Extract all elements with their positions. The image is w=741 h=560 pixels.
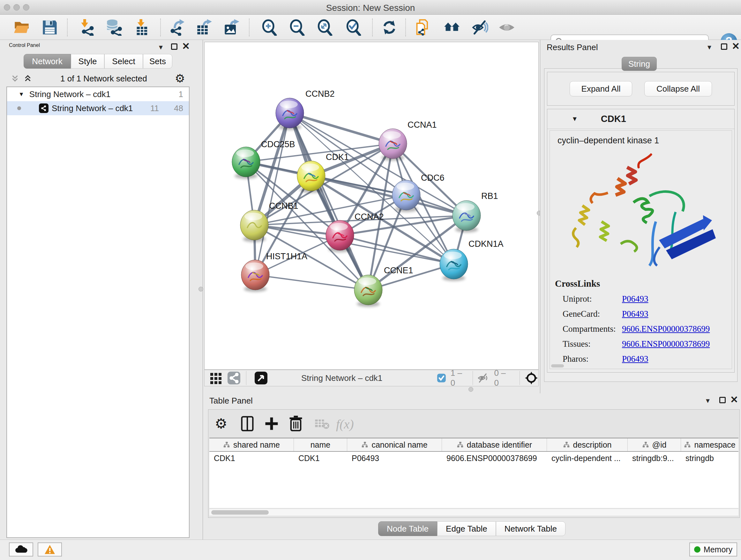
section-expander-icon[interactable]: ▼ — [571, 115, 578, 123]
control-panel-close-icon[interactable]: ✕ — [182, 43, 190, 50]
home-icon[interactable] — [444, 19, 460, 36]
tab-sets[interactable]: Sets — [143, 54, 172, 69]
column-header-description[interactable]: description — [547, 438, 628, 451]
network-node-CDK1[interactable] — [297, 161, 325, 191]
zoom-out-icon[interactable] — [289, 19, 306, 36]
network-node-CCNA1[interactable] — [379, 129, 407, 159]
network-node-CDKN1A[interactable] — [440, 249, 468, 279]
bottom-splitter-grip[interactable] — [468, 387, 473, 392]
function-builder-icon[interactable]: f(x) — [336, 417, 354, 432]
tab-network[interactable]: Network — [23, 54, 71, 69]
export-image-icon[interactable] — [223, 19, 240, 36]
network-row-selected[interactable]: String Network – cdk1 11 48 — [7, 101, 189, 115]
crosslink-link[interactable]: 9606.ENSP00000378699 — [622, 339, 710, 349]
cell-shared-name[interactable]: CDK1 — [209, 452, 294, 465]
show-hidden-eye-icon[interactable] — [498, 19, 515, 36]
cell-id[interactable]: stringdb:9... — [628, 452, 681, 465]
export-table-icon[interactable] — [196, 19, 212, 36]
expand-all-button[interactable]: Expand All — [569, 81, 632, 97]
network-node-HIST1H1A[interactable] — [241, 260, 269, 290]
left-splitter-grip[interactable] — [199, 287, 203, 292]
results-horizontal-scrollbar[interactable] — [551, 364, 564, 368]
cloud-button[interactable] — [9, 543, 33, 557]
column-header-id[interactable]: @id — [628, 438, 681, 451]
column-header-namespace[interactable]: namespace — [681, 438, 738, 451]
tab-network-table[interactable]: Network Table — [496, 521, 565, 536]
results-panel-close-icon[interactable]: ✕ — [732, 43, 740, 50]
delete-column-trash-icon[interactable] — [287, 415, 304, 432]
zoom-in-icon[interactable] — [261, 19, 278, 36]
gear-icon[interactable]: ⚙ — [175, 72, 185, 85]
table-row[interactable]: CDK1 CDK1 P06493 9606.ENSP00000378699 cy… — [209, 452, 738, 465]
network-node-CDC25B[interactable] — [232, 147, 260, 177]
zoom-selected-icon[interactable] — [345, 19, 362, 36]
cell-name[interactable]: CDK1 — [294, 452, 347, 465]
refresh-icon[interactable] — [381, 19, 398, 36]
open-in-new-window-icon[interactable] — [254, 371, 268, 385]
network-edge[interactable] — [255, 275, 368, 290]
table-panel-float-icon[interactable] — [719, 397, 726, 403]
network-edge[interactable] — [290, 113, 393, 144]
network-edge[interactable] — [290, 113, 368, 290]
hide-selected-eye-slash-icon[interactable] — [472, 19, 488, 36]
cell-canonical-name[interactable]: P06493 — [347, 452, 442, 465]
network-graph[interactable]: CCNB2CCNA1CDC25BCDK1CDC6RB1CCNB1CCNA2CDK… — [205, 42, 538, 369]
results-panel-float-icon[interactable] — [721, 44, 727, 50]
tab-style[interactable]: Style — [71, 54, 105, 69]
network-canvas[interactable]: CCNB2CCNA1CDC25BCDK1CDC6RB1CCNB1CCNA2CDK… — [204, 42, 539, 370]
add-column-icon[interactable] — [263, 415, 280, 432]
column-header-name[interactable]: name — [294, 438, 347, 451]
control-panel-collapse-icon[interactable]: ▼ — [158, 44, 164, 51]
cell-description[interactable]: cyclin-dependent ... — [547, 452, 628, 465]
open-session-icon[interactable] — [13, 19, 30, 36]
selected-checkbox-icon[interactable] — [437, 373, 446, 383]
table-scrollbar-thumb[interactable] — [211, 510, 269, 515]
tab-edge-table[interactable]: Edge Table — [437, 521, 496, 536]
crosslink-link[interactable]: 9606.ENSP00000378699 — [622, 324, 710, 334]
table-panel-close-icon[interactable]: ✕ — [730, 396, 738, 403]
tab-string[interactable]: String — [622, 57, 657, 71]
collapse-all-chevrons-icon[interactable] — [23, 74, 32, 83]
crosslink-link[interactable]: P06493 — [622, 294, 649, 304]
show-columns-icon[interactable] — [239, 415, 256, 432]
cell-database-identifier[interactable]: 9606.ENSP00000378699 — [442, 452, 547, 465]
network-node-RB1[interactable] — [453, 200, 481, 231]
column-header-shared-name[interactable]: shared name — [209, 438, 294, 451]
cell-namespace[interactable]: stringdb — [681, 452, 738, 465]
column-header-canonical-name[interactable]: canonical name — [347, 438, 442, 451]
crosslink-link[interactable]: P06493 — [622, 354, 649, 364]
import-table-from-file-icon[interactable] — [134, 19, 151, 36]
save-session-icon[interactable] — [42, 19, 58, 36]
zoom-fit-icon[interactable] — [317, 19, 333, 36]
delete-table-icon[interactable] — [314, 415, 330, 432]
tab-select[interactable]: Select — [105, 54, 143, 69]
warnings-button[interactable] — [38, 543, 62, 557]
tab-node-table[interactable]: Node Table — [378, 521, 437, 536]
protein-section-header[interactable]: ▼ CDK1 — [547, 109, 734, 129]
crosslink-link[interactable]: P06493 — [622, 309, 649, 319]
network-edge[interactable] — [255, 113, 290, 275]
birds-eye-view-icon[interactable] — [524, 371, 538, 385]
tree-expander-icon[interactable]: ▼ — [18, 91, 24, 98]
string-view-icon[interactable] — [227, 371, 241, 385]
control-panel-float-icon[interactable] — [171, 44, 178, 50]
network-node-CCNA2[interactable] — [326, 220, 354, 250]
table-settings-gear-icon[interactable]: ⚙ — [215, 415, 231, 432]
expand-all-chevrons-icon[interactable] — [10, 74, 20, 83]
results-panel-collapse-icon[interactable]: ▼ — [706, 44, 713, 51]
network-node-CCNE1[interactable] — [354, 275, 382, 305]
import-network-from-file-icon[interactable] — [79, 19, 96, 36]
memory-button[interactable]: Memory — [689, 543, 737, 557]
clone-network-icon[interactable] — [415, 19, 431, 36]
table-horizontal-scrollbar[interactable] — [209, 509, 738, 516]
export-network-icon[interactable] — [169, 19, 185, 36]
network-collection-row[interactable]: ▼ String Network – cdk1 1 — [7, 87, 189, 101]
import-network-from-database-icon[interactable] — [105, 19, 122, 36]
grid-view-icon[interactable] — [209, 371, 223, 385]
table-panel-collapse-icon[interactable]: ▼ — [704, 397, 711, 405]
collapse-all-button[interactable]: Collapse All — [644, 81, 712, 97]
network-node-CCNB1[interactable] — [240, 210, 268, 240]
column-header-database-identifier[interactable]: database identifier — [442, 438, 547, 451]
network-node-CCNB2[interactable] — [276, 98, 304, 128]
network-node-CDC6[interactable] — [392, 180, 420, 210]
